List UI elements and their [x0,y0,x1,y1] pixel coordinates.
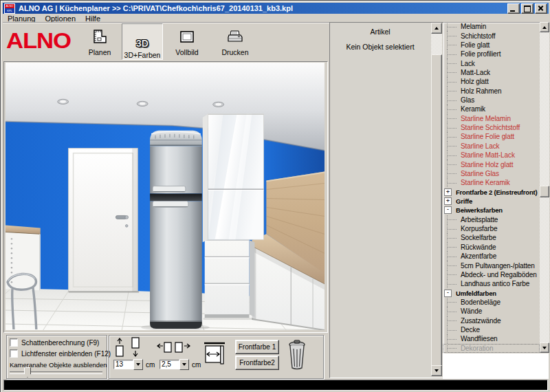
toolbar-button-label: 3D+Farben [124,51,161,59]
shrink-width-icon[interactable] [157,340,173,360]
toolbar-button-3d-farben[interactable]: 3D 3D+Farben [122,23,163,60]
tree-item[interactable]: Akzentfarbe [443,252,540,261]
tree-item-label: Melamin [461,23,486,30]
tree-item[interactable]: Folie glatt [443,41,540,50]
tree-item[interactable]: +Frontfarbe 2 (Einstreufront) [443,187,540,196]
tree-item[interactable]: +Griffe [443,197,540,206]
scroll-down-button[interactable] [540,342,549,353]
scroll-up-button[interactable] [431,23,442,34]
tree-item[interactable]: Sockelfarbe [443,233,540,242]
tree-item[interactable]: Arbeitsplatte [443,215,540,224]
tree-item-label: Schichtstoff [461,32,495,40]
tree-item[interactable]: Lack [443,58,540,67]
gap-width-combo: 2,5 cm [160,359,201,370]
shadow-checkbox[interactable] [10,338,18,347]
delete-trash-icon[interactable] [287,338,307,373]
title-bar[interactable]: ALNO KPL ALNO AG | Küchenplaner >> C:\PR… [3,3,549,14]
tree-item[interactable]: Zusatzwände [443,316,540,325]
tree-item[interactable]: -Beiwerksfarben [443,206,540,215]
niche-width-icon[interactable] [204,340,226,369]
fullscreen-icon [179,30,195,46]
tree-connector [447,270,459,279]
lower-plinth-icon[interactable] [129,336,142,361]
minimize-button[interactable] [507,3,520,14]
tree-item[interactable]: Dekoration [443,344,540,353]
3d-viewport[interactable] [3,61,328,333]
room-door[interactable] [69,149,140,293]
floorplan-icon [91,28,108,46]
tree-item[interactable]: Schichtstoff [443,31,540,40]
tree-item-label: Starline Keramik [461,179,510,186]
tall-cabinet[interactable] [203,114,264,243]
tree-item[interactable]: Starline Melamin [443,114,540,123]
tree-item[interactable]: Starline Glas [443,169,540,178]
tree-scrollbar[interactable] [540,22,549,353]
frontfarbe1-button[interactable]: Frontfarbe 1 [235,340,279,354]
tree-item[interactable]: Holz glatt [443,77,540,86]
tree-connector [447,22,459,31]
tree-item[interactable]: Starline Schichtstoff [443,123,540,132]
tree-item[interactable]: Bodenbeläge [443,298,540,307]
tree-item[interactable]: Melamin [443,22,540,31]
lightwindow-checkbox[interactable] [10,349,18,358]
tree-item[interactable]: Folie profiliert [443,50,540,58]
tree-connector [447,224,459,233]
collapse-icon[interactable]: - [444,206,452,214]
checkbox-row: Lichtfenster einblenden (F12) [10,349,111,358]
tree-connector [447,344,459,353]
toolbar-button-vollbild[interactable]: Vollbild [168,26,206,56]
tree-connector [447,105,459,113]
tree-item-label: Starline Schichtstoff [461,124,520,131]
maximize-icon [524,6,531,12]
camera-objects-slider-track[interactable] [10,371,102,374]
artikel-scrollbar[interactable] [431,23,442,376]
gap-width-value[interactable]: 2,5 [160,360,179,369]
tree-item[interactable]: Holz Rahmen [443,87,540,96]
app-icon: ALNO KPL [4,3,15,14]
tree-item[interactable]: Wandfliesen [443,334,540,343]
close-button[interactable] [535,3,547,14]
collapse-icon[interactable]: - [444,290,452,297]
lightwindow-checkbox-label: Lichtfenster einblenden (F12) [21,350,111,358]
plinth-height-value[interactable]: 13 [113,360,133,369]
alno-logo: ALNO [6,30,77,53]
tree-item[interactable]: Wände [443,307,540,316]
toolbar-button-planen[interactable]: Planen [82,26,118,56]
tree-item[interactable]: Matt-Lack [443,68,540,77]
tree-item[interactable]: Landhaus antico Farbe [443,279,540,288]
tree-connector [447,41,459,50]
tree-item[interactable]: Glas [443,96,540,105]
scrollbar-thumb[interactable] [431,54,442,367]
grow-width-icon[interactable] [174,340,192,360]
tree-item-label: Starline Glas [461,170,499,177]
scroll-up-button[interactable] [540,22,549,32]
tree-item[interactable]: Rückwände [443,243,540,252]
tree-item[interactable]: Starline Keramik [443,178,540,187]
expand-icon[interactable]: + [444,197,452,205]
tree-item[interactable]: -Umfeldfarben [443,288,540,297]
scrollbar-thumb[interactable] [540,186,549,197]
tree-connector [447,87,459,96]
arrow-up-icon [434,27,439,30]
tree-item[interactable]: 5cm Pultwangen-/platten [443,261,540,270]
tree-item[interactable]: Abdeck- und Regalböden [443,270,540,279]
tree-item[interactable]: Keramik [443,105,540,113]
tree-item[interactable]: Starline Matt-Lack [443,151,540,160]
gap-width-dropdown-button[interactable] [179,359,189,370]
plinth-height-dropdown-button[interactable] [133,359,143,370]
artikel-panel-title: Artikel [330,28,430,36]
maximize-button[interactable] [521,3,534,14]
tree-item[interactable]: Korpusfarbe [443,224,540,233]
expand-icon[interactable]: + [444,188,452,196]
drawer-unit[interactable] [204,239,255,320]
raise-plinth-icon[interactable] [113,338,126,361]
frontfarbe2-button[interactable]: Frontfarbe2 [235,356,279,370]
scroll-down-button[interactable] [431,365,442,376]
tree-connector [447,132,459,141]
fridge[interactable] [150,131,202,329]
toolbar-button-drucken[interactable]: Drucken [215,26,255,56]
tree-item[interactable]: Decke [443,325,540,334]
tree-item[interactable]: Starline Folie glatt [443,132,540,141]
tree-item[interactable]: Starline Holz glatt [443,160,540,168]
tree-item[interactable]: Starline Lack [443,142,540,151]
